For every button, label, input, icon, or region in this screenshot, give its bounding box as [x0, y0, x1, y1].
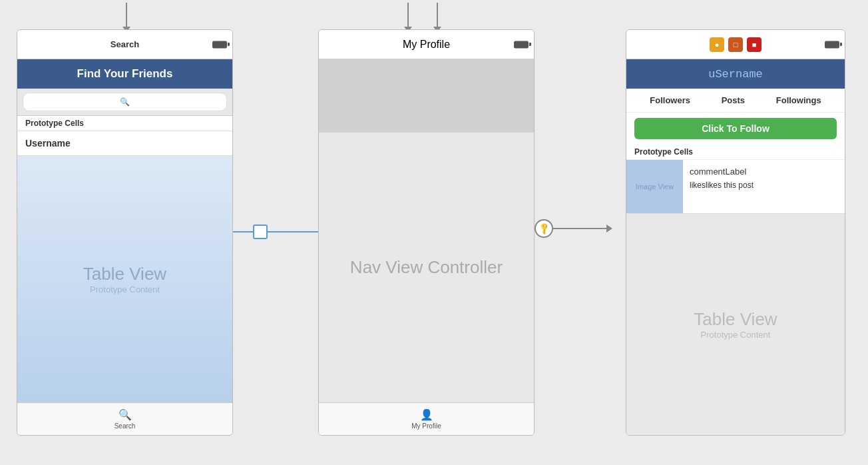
screen1-nav-title: Find Your Friends: [77, 67, 173, 81]
table-view-sub: Prototype Content: [90, 284, 160, 294]
table-view-label: Table View: [83, 264, 166, 284]
likes-label: likeslikes this post: [690, 181, 754, 190]
prototype-cells-label2: Prototype Cells: [626, 145, 845, 160]
canvas: Search Find Your Friends 🔍 Prototype Cel…: [0, 0, 868, 465]
key-icon: 🔑: [537, 222, 551, 236]
screen1-title-bar: Search: [17, 30, 232, 59]
follow-button[interactable]: Click To Follow: [634, 118, 837, 139]
screen2-title: My Profile: [403, 39, 450, 51]
arrow-shaft: [126, 3, 127, 27]
battery-icon: [212, 41, 227, 48]
username-row: Username: [17, 131, 232, 156]
post-info: commentLabel likeslikes this post: [683, 160, 760, 213]
battery-icon3: [825, 41, 839, 48]
comment-label: commentLabel: [690, 167, 754, 177]
arrow-shaft: [407, 3, 409, 27]
circle-connector: 🔑: [535, 219, 553, 238]
screen2-title-bar: My Profile: [319, 30, 534, 59]
battery-icon2: [514, 41, 529, 48]
screen2-middle: Nav View Controller: [319, 133, 534, 402]
posts-stat: Posts: [722, 95, 745, 105]
search-bar[interactable]: 🔍: [23, 93, 227, 111]
arrow-line: [233, 231, 253, 232]
screen3-content: ● □ ■ uSername Followers Posts: [626, 30, 845, 435]
screen2-gray-top: [319, 59, 534, 133]
screen1-table-view: Table View Prototype Content: [17, 156, 232, 402]
gray-arrow-head: [606, 225, 612, 232]
orange-icon: □: [728, 37, 743, 52]
red-icon-symbol: ■: [752, 41, 757, 49]
arrow-screen2-to-screen3: 🔑: [535, 225, 612, 232]
post-row: Image View commentLabel likeslikes this …: [626, 160, 845, 214]
arrow-shaft: [437, 3, 438, 27]
screen3-frame: ● □ ■ uSername Followers Posts: [626, 29, 845, 436]
square-connector: [253, 225, 268, 239]
screen2-frame: My Profile Nav View Controller 👤 My Prof…: [318, 29, 535, 436]
image-view-label: Image View: [636, 183, 674, 191]
image-view-box: Image View: [626, 160, 683, 213]
yellow-icon-symbol: ●: [715, 41, 720, 49]
table-view-sub2: Prototype Content: [701, 330, 771, 340]
screen1-tab-bar: 🔍 Search: [17, 402, 232, 435]
orange-icon-symbol: □: [734, 41, 738, 49]
nav-view-controller-label: Nav View Controller: [350, 257, 503, 278]
screen3-top-bar: ● □ ■: [626, 30, 845, 59]
profile-nav-bar: uSername: [626, 59, 845, 89]
screen2-content: My Profile Nav View Controller 👤 My Prof…: [319, 30, 534, 435]
table-view-label2: Table View: [694, 309, 777, 330]
arrow-line2: [268, 231, 326, 232]
top-arrow-screen1: [122, 3, 130, 32]
search-tab-icon: 🔍: [118, 408, 132, 421]
followers-stat: Followers: [650, 95, 690, 105]
profile-tab-label: My Profile: [411, 422, 441, 430]
profile-stats: Followers Posts Followings: [626, 89, 845, 113]
search-tab-label: Search: [114, 422, 136, 430]
screen1-frame: Search Find Your Friends 🔍 Prototype Cel…: [17, 29, 233, 436]
yellow-icon: ●: [710, 37, 724, 52]
screen1-content: Search Find Your Friends 🔍 Prototype Cel…: [17, 30, 232, 435]
search-magnify-icon: 🔍: [120, 97, 130, 107]
profile-tab-icon: 👤: [420, 408, 433, 421]
top-arrow-screen2b: [433, 3, 441, 32]
screen3-table-view: Table View Prototype Content: [626, 214, 845, 435]
follow-btn-wrapper: Click To Follow: [626, 113, 845, 145]
followings-stat: Followings: [776, 95, 821, 105]
screen1-nav-bar: Find Your Friends: [17, 59, 232, 89]
screen1-title: Search: [110, 39, 139, 49]
gray-line2: [568, 228, 606, 229]
screen2-tab-bar: 👤 My Profile: [319, 402, 534, 435]
prototype-cells-label: Prototype Cells: [17, 116, 232, 131]
search-bar-container: 🔍: [17, 89, 232, 116]
username-title: uSername: [708, 68, 763, 81]
top-arrow-screen2a: [404, 3, 412, 32]
top-bar-icons: ● □ ■: [710, 37, 761, 52]
arrow-screen1-to-screen2: [233, 225, 332, 239]
red-icon: ■: [747, 37, 761, 52]
